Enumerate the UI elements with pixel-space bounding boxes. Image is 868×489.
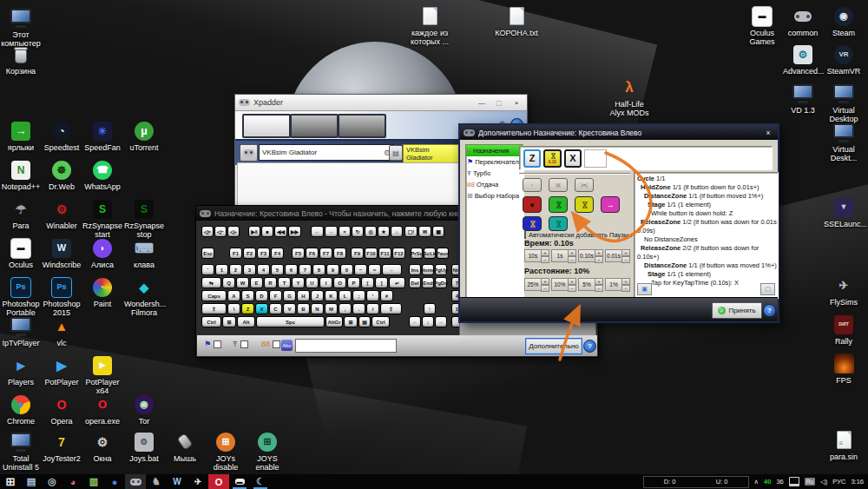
key-p[interactable]: P bbox=[347, 277, 360, 288]
profile-file-button[interactable]: ▤ bbox=[389, 145, 403, 161]
key-[interactable]: ▦ bbox=[432, 226, 444, 237]
desktop-icon-каждое-из-которых[interactable]: каждое из которых ... bbox=[405, 5, 454, 46]
desktop-icon-steam[interactable]: ◉Steam bbox=[824, 5, 864, 37]
desktop-icon-iptvplayer[interactable]: IpTvPlayer bbox=[1, 315, 41, 347]
key-f11[interactable]: F11 bbox=[378, 248, 391, 259]
active-set-tab[interactable]: VKBsim Gladiator bbox=[403, 144, 460, 162]
key-s[interactable]: S bbox=[241, 290, 254, 301]
assignment-slot-1[interactable]: Z bbox=[523, 149, 541, 168]
stepper-plus-button[interactable]: + bbox=[621, 249, 630, 256]
stepper-minus-button[interactable]: − bbox=[595, 256, 603, 263]
xpadder-titlebar[interactable]: Xpadder — ▢ × bbox=[235, 95, 527, 111]
key-m[interactable]: M bbox=[325, 303, 338, 314]
desktop-icon-joys-disable[interactable]: ⊞JOYs disable bbox=[206, 431, 246, 472]
desktop-icon-opera[interactable]: OOpera bbox=[42, 393, 82, 426]
key-1[interactable]: 1 bbox=[215, 264, 228, 275]
key-6[interactable]: 6 bbox=[285, 264, 298, 275]
stepper-minus-button[interactable]: − bbox=[595, 285, 603, 292]
key-[interactable]: ⇧ bbox=[201, 303, 227, 314]
desktop-icon-para-sin[interactable]: ≡para.sin bbox=[824, 429, 864, 461]
key-altgr[interactable]: AltGr bbox=[326, 316, 343, 327]
key-[interactable]: ← bbox=[311, 226, 324, 237]
key-[interactable]: ← bbox=[382, 264, 402, 275]
desktop-icon-players[interactable]: ▶Players bbox=[1, 354, 41, 387]
desktop-icon-wondersh-filmora[interactable]: ◆Wondersh... Filmora bbox=[124, 276, 164, 317]
key-[interactable]: ⊞ bbox=[344, 316, 358, 327]
key-[interactable]: = bbox=[368, 264, 381, 275]
tray-chevron-icon[interactable]: ∧ bbox=[754, 478, 760, 486]
desktop-icon-potplayer[interactable]: ▶PotPlayer bbox=[42, 354, 82, 387]
key-[interactable]: ⌂ bbox=[391, 226, 403, 237]
profile-slot-2[interactable] bbox=[290, 114, 339, 138]
key-[interactable]: ` bbox=[201, 264, 214, 275]
rumble-toggle[interactable]: 88 bbox=[261, 340, 280, 348]
key-[interactable]: ↻ bbox=[352, 226, 364, 237]
taskbar-notes[interactable]: ▤ bbox=[21, 474, 42, 489]
desktop-icon-para[interactable]: ☂Para bbox=[1, 198, 41, 230]
key-ctrl[interactable]: Ctrl bbox=[372, 316, 390, 327]
key-g[interactable]: G bbox=[283, 290, 296, 301]
key-[interactable]: ◀◀ bbox=[274, 226, 287, 237]
accept-button[interactable]: ✓ Принять bbox=[712, 302, 762, 319]
zone-button-3-1[interactable]: ⋈ bbox=[523, 216, 542, 231]
zone-button-2-1[interactable]: ● bbox=[523, 196, 542, 213]
key-paus[interactable]: Paus bbox=[437, 248, 449, 259]
key-[interactable]: ' bbox=[366, 290, 379, 301]
clock[interactable]: 3:16 bbox=[851, 478, 864, 486]
desktop-icon-photoshop-2015[interactable]: PsPhotoshop 2015 bbox=[42, 276, 82, 317]
key-2[interactable]: 2 bbox=[229, 264, 242, 275]
stepper-plus-button[interactable]: + bbox=[621, 278, 630, 285]
stepper-plus-button[interactable]: + bbox=[541, 249, 549, 256]
key-[interactable]: ▶▶ bbox=[288, 226, 301, 237]
desktop-icon-ярлыки[interactable]: →ярлыки bbox=[1, 120, 41, 152]
desktop-icon-клава[interactable]: ⌨клава bbox=[124, 237, 164, 269]
key-[interactable]: ↵ bbox=[389, 277, 405, 288]
key-y[interactable]: Y bbox=[292, 277, 305, 288]
close-button[interactable]: × bbox=[510, 99, 523, 107]
desktop-icon-virtual-deskt[interactable]: Virtual Deskt... bbox=[824, 122, 864, 162]
desktop-icon-fps[interactable]: FPS bbox=[824, 353, 864, 385]
desktop-icon-chrome[interactable]: ●Chrome bbox=[1, 393, 41, 426]
desktop-icon-joys-enable[interactable]: ⊞JOYS enable bbox=[247, 431, 287, 472]
sidebar-item-переключатели[interactable]: ⚑Переключатели bbox=[466, 156, 523, 168]
assignment-slot-4[interactable] bbox=[584, 149, 607, 168]
key-[interactable]: ▶‖ bbox=[248, 226, 260, 237]
text-entry-input[interactable] bbox=[295, 339, 397, 353]
desktop-icon-sselaunc[interactable]: ▼SSELaunc... bbox=[824, 196, 864, 228]
page-icon[interactable]: ▢ bbox=[760, 283, 775, 295]
desktop-icon-opera-exe[interactable]: Oopera.exe bbox=[82, 393, 122, 426]
key-[interactable]: ↑ bbox=[424, 303, 436, 314]
key-5[interactable]: 5 bbox=[271, 264, 284, 275]
key-e[interactable]: E bbox=[250, 277, 263, 288]
lang-badge[interactable]: Ru bbox=[805, 478, 815, 486]
desktop-icon-корзина[interactable]: Корзина bbox=[1, 43, 41, 76]
key-l[interactable]: L bbox=[339, 290, 352, 301]
stepper-minus-button[interactable]: − bbox=[568, 256, 576, 263]
key-[interactable]: ◁+ bbox=[227, 226, 240, 237]
key-f3[interactable]: F3 bbox=[257, 248, 270, 259]
key-[interactable]: ▤ bbox=[358, 316, 371, 327]
key-z[interactable]: Z bbox=[241, 303, 254, 314]
taskbar-search[interactable]: ◎ bbox=[42, 474, 62, 489]
key-f7[interactable]: F7 bbox=[319, 248, 332, 259]
zone-button-2-3[interactable]: ⋈ bbox=[575, 196, 594, 213]
profile-slot-3[interactable] bbox=[338, 114, 386, 138]
taskbar-controller-dark[interactable]: ♞ bbox=[146, 474, 167, 489]
key-8[interactable]: 8 bbox=[312, 264, 326, 275]
key-[interactable]: ⊞ bbox=[222, 316, 236, 327]
desktop-icon-utorrent[interactable]: µuTorrent bbox=[124, 120, 164, 152]
assignment-slot-2[interactable]: ⋈0.10 bbox=[543, 149, 562, 168]
key-spc[interactable]: Spc bbox=[256, 316, 325, 327]
help-button[interactable]: ? bbox=[763, 304, 776, 317]
key-[interactable]: ✉ bbox=[418, 226, 431, 237]
key-j[interactable]: J bbox=[311, 290, 324, 301]
desktop-icon-мышь[interactable]: Мышь bbox=[165, 431, 205, 463]
key-f9[interactable]: F9 bbox=[351, 248, 364, 259]
key-i[interactable]: I bbox=[319, 277, 332, 288]
stepper-minus-button[interactable]: − bbox=[541, 256, 549, 263]
key-[interactable]: ] bbox=[375, 277, 388, 288]
key-b[interactable]: B bbox=[297, 303, 310, 314]
taskbar-gauge[interactable]: ◕ bbox=[62, 474, 83, 489]
key-d[interactable]: D bbox=[255, 290, 268, 301]
key-[interactable]: \ bbox=[227, 303, 240, 314]
